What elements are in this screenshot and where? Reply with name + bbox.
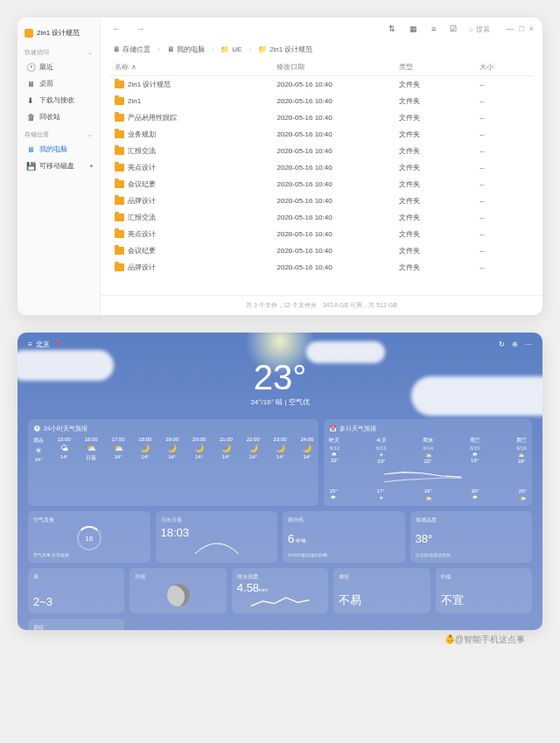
file-manager-window: 2in1 设计规范 快速访问⌄ 🕐最近🖥桌面⬇下载与接收🗑回收站 存储位置⌄ 🖥… — [18, 18, 542, 315]
folder-icon — [115, 147, 124, 155]
col-name[interactable]: 名称 ∧ — [115, 62, 276, 72]
daily-item[interactable]: 周三6/15🌧19° — [470, 437, 480, 464]
table-row[interactable]: 会议纪要2020-05-16 10:40文件夹-- — [109, 176, 534, 193]
table-row[interactable]: 2in1 设计规范2020-05-16 10:40文件夹-- — [109, 76, 534, 93]
sidebar-item[interactable]: 🕐最近 — [18, 59, 100, 75]
precip-card[interactable]: 降水强度4.58mm — [232, 568, 328, 613]
weather-icon: 🌧 — [472, 494, 478, 500]
bc-icon: 📁 — [220, 46, 229, 53]
table-row[interactable]: 会议纪要2020-05-16 10:40文件夹-- — [109, 242, 534, 259]
hourly-item[interactable]: 23:00🌙14° — [274, 437, 287, 462]
hourly-item[interactable]: 24:00🌙14° — [300, 437, 313, 462]
table-header: 名称 ∧ 修改日期 类型 大小 — [109, 59, 534, 76]
chevron-down-icon: ⌄ — [88, 49, 93, 56]
back-button[interactable]: ← — [109, 23, 124, 35]
table-row[interactable]: 品牌设计2020-05-16 10:40文件夹-- — [109, 193, 534, 209]
col-date[interactable]: 修改日期 — [276, 62, 398, 72]
wind-card[interactable]: 风2~3 — [28, 568, 124, 613]
hourly-item[interactable]: 18:00🌙14° — [138, 437, 151, 462]
more-icon[interactable]: ⋯ — [525, 340, 532, 348]
sort-button[interactable]: ⇅ — [385, 23, 399, 35]
folder-icon — [115, 197, 124, 205]
life-index-card[interactable]: 感冒不易 — [333, 568, 430, 613]
grid-view-button[interactable]: ▦ — [406, 23, 421, 35]
sidebar-item[interactable]: 🖥我的电脑 — [18, 141, 100, 158]
minimize-button[interactable]: — — [506, 25, 514, 33]
life-index-card[interactable]: 晨练适宜 — [28, 619, 124, 630]
weather-icon: 🌙 — [248, 444, 258, 452]
breadcrumb-item[interactable]: 📁UE — [217, 45, 245, 54]
table-row[interactable]: 汇报交流2020-05-16 10:40文件夹-- — [109, 209, 534, 226]
bc-icon: 📁 — [258, 46, 267, 53]
folder-icon — [115, 81, 124, 88]
hourly-item[interactable]: 17:00⛅14° — [112, 437, 125, 462]
list-view-button[interactable]: ≡ — [428, 23, 439, 35]
daily-item[interactable]: 昨天6/12🌧22° — [329, 437, 340, 464]
moon-card[interactable]: 月相 — [130, 568, 226, 613]
folder-icon — [115, 214, 124, 221]
sidebar-group-quick[interactable]: 快速访问⌄ — [18, 46, 100, 59]
search-input[interactable]: ⌕ 搜索 — [469, 25, 490, 34]
weather-icon: 🌙 — [194, 444, 204, 452]
bc-icon: 🖥 — [113, 46, 120, 53]
table-row[interactable]: 业务规划2020-05-16 10:40文件夹-- — [109, 126, 534, 143]
info-card[interactable]: 日出日落18:03 — [156, 511, 278, 563]
col-size[interactable]: 大小 — [480, 62, 528, 72]
info-card[interactable]: 空气质量16空气质量 非常健康 — [28, 511, 150, 563]
breadcrumb-item[interactable]: 🖥存储位置 — [109, 44, 154, 55]
hourly-item[interactable]: 15:00🌤14° — [58, 437, 71, 462]
col-type[interactable]: 类型 — [399, 62, 480, 72]
table-row[interactable]: 品牌设计2020-05-16 10:40文件夹-- — [109, 259, 534, 276]
hourly-item[interactable]: 22:00🌙14° — [247, 437, 260, 462]
location-label[interactable]: 北京 — [36, 340, 50, 349]
sidebar-item[interactable]: 💾可移动磁盘 — [18, 158, 100, 174]
table-row[interactable]: 亮点设计2020-05-16 10:40文件夹-- — [109, 226, 534, 242]
table-row[interactable]: 产品易用性跟踪2020-05-16 10:40文件夹-- — [109, 109, 534, 126]
sidebar-group-storage[interactable]: 存储位置⌄ — [18, 129, 100, 141]
hourly-item[interactable]: 16:00⛅日落 — [85, 437, 98, 462]
check-button[interactable]: ☑ — [446, 23, 460, 35]
title-text: 2in1 设计规范 — [37, 28, 80, 38]
menu-icon[interactable]: ≡ — [28, 340, 32, 348]
forward-button[interactable]: → — [133, 23, 148, 35]
weather-icon: ⛅ — [425, 494, 431, 501]
refresh-icon[interactable]: ↻ — [499, 340, 505, 348]
folder-icon — [115, 180, 124, 188]
hourly-forecast-panel: 🕐24小时天气预报 现在☀14°15:00🌤14°16:00⛅日落17:00⛅1… — [28, 419, 318, 506]
hourly-item[interactable]: 现在☀14° — [33, 437, 44, 462]
daily-item[interactable]: 今天6/13☀23° — [376, 437, 387, 464]
folder-icon — [115, 247, 124, 255]
info-card[interactable]: 体感温度38°比实际温度感觉热 — [410, 511, 533, 563]
weather-icon: 🌙 — [140, 444, 150, 452]
calendar-icon: 📅 — [329, 425, 337, 432]
hourly-item[interactable]: 21:00🌙14° — [220, 437, 233, 462]
weather-icon: 🌧 — [331, 494, 336, 500]
maximize-button[interactable]: □ — [519, 25, 523, 33]
weather-app: ≡ 北京 📍 ↻ ⊕ ⋯ 23° 24°/16° 晴 | 空气优 🕐24小时天气… — [18, 333, 542, 630]
weather-icon: 🌙 — [167, 444, 177, 452]
search-icon: ⌕ — [469, 25, 473, 33]
weather-icon: 🌧 — [332, 452, 337, 457]
item-icon: 🖥 — [26, 145, 35, 154]
sidebar-item[interactable]: 🖥桌面 — [18, 75, 100, 92]
close-button[interactable]: × — [529, 25, 534, 33]
info-card[interactable]: 紫外线6 中等外出时建议做好防晒 — [283, 511, 405, 563]
add-icon[interactable]: ⊕ — [512, 340, 518, 348]
window-title: 2in1 设计规范 — [18, 23, 100, 43]
folder-icon — [115, 130, 124, 138]
table-row[interactable]: 2in12020-05-16 10:40文件夹-- — [109, 93, 534, 109]
sidebar-item[interactable]: ⬇下载与接收 — [18, 92, 100, 109]
breadcrumb-item[interactable]: 📁2in1 设计规范 — [255, 44, 316, 55]
life-index-card[interactable]: 钓鱼不宜 — [436, 568, 532, 613]
hourly-item[interactable]: 19:00🌙14° — [165, 437, 178, 462]
daily-item[interactable]: 周末6/14⛅22° — [423, 437, 433, 464]
table-row[interactable]: 亮点设计2020-05-16 10:40文件夹-- — [109, 159, 534, 176]
breadcrumb-item[interactable]: 🖥我的电脑 — [164, 44, 208, 55]
indicator-dot — [90, 165, 93, 167]
hourly-item[interactable]: 20:00🌙14° — [192, 437, 206, 462]
sidebar: 2in1 设计规范 快速访问⌄ 🕐最近🖥桌面⬇下载与接收🗑回收站 存储位置⌄ 🖥… — [18, 18, 101, 315]
table-row[interactable]: 汇报交流2020-05-16 10:40文件夹-- — [109, 143, 534, 159]
daily-item[interactable]: 周三6/16⛅18° — [516, 437, 527, 464]
weather-icon: ☀ — [35, 446, 42, 455]
sidebar-item[interactable]: 🗑回收站 — [18, 109, 100, 125]
